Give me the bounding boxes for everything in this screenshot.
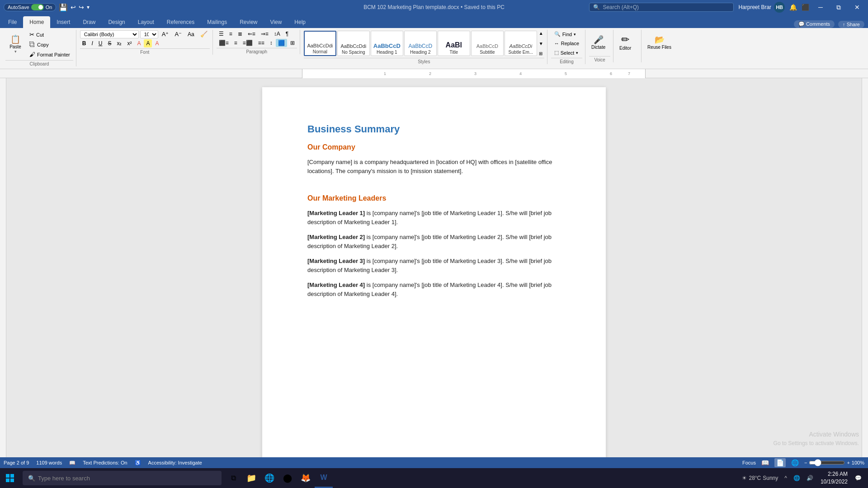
underline-button[interactable]: U <box>96 39 105 47</box>
autosave-toggle[interactable] <box>31 4 44 10</box>
styles-down-arrow[interactable]: ▼ <box>538 40 544 47</box>
taskbar-firefox[interactable]: 🦊 <box>297 468 315 488</box>
text-predictions[interactable]: Text Predictions: On <box>83 460 127 465</box>
find-dropdown[interactable]: ▾ <box>574 32 576 37</box>
borders-button[interactable]: ⊞ <box>288 39 297 47</box>
numbering-button[interactable]: ≡ <box>227 30 235 38</box>
share-button[interactable]: ↑ Share <box>838 21 864 28</box>
system-tray-chevron[interactable]: ^ <box>782 473 790 483</box>
tab-file[interactable]: File <box>2 16 23 28</box>
taskbar-explorer[interactable]: 📁 <box>242 468 260 488</box>
tab-layout[interactable]: Layout <box>132 16 160 28</box>
sort-button[interactable]: ↕A <box>272 30 283 38</box>
undo-icon[interactable]: ↩ <box>71 4 76 11</box>
web-layout-button[interactable]: 🌐 <box>789 458 801 467</box>
style-no-spacing[interactable]: AaBbCcDdi No Spacing <box>337 31 370 56</box>
zoom-slider[interactable] <box>809 459 845 466</box>
taskbar-search[interactable]: 🔍 Type here to search <box>23 471 222 485</box>
focus-label[interactable]: Focus <box>742 460 756 465</box>
save-icon[interactable]: 💾 <box>59 3 68 12</box>
document-area[interactable]: Business Summary Our Company [Company na… <box>6 78 862 486</box>
decrease-indent-button[interactable]: ⇐≡ <box>245 30 258 38</box>
close-button[interactable]: ✕ <box>850 2 864 13</box>
print-layout-button[interactable]: 📄 <box>774 458 786 467</box>
notification-center-button[interactable]: 💬 <box>852 473 864 483</box>
font-name-select[interactable]: Calibri (Body) <box>80 30 139 38</box>
styles-up-arrow[interactable]: ▲ <box>538 30 544 37</box>
autosave-button[interactable]: AutoSave On <box>4 3 56 11</box>
document-page[interactable]: Business Summary Our Company [Company na… <box>262 87 606 486</box>
redo-icon[interactable]: ↪ <box>79 4 84 11</box>
subscript-button[interactable]: x₂ <box>114 39 124 47</box>
increase-indent-button[interactable]: ⇒≡ <box>259 30 271 38</box>
word-count[interactable]: 1109 words <box>36 460 62 465</box>
cut-button[interactable]: ✂ Cut <box>26 30 73 39</box>
align-center-button[interactable]: ≡ <box>232 39 240 47</box>
accessibility-icon[interactable]: ♿ <box>135 460 141 466</box>
tab-references[interactable]: References <box>160 16 201 28</box>
find-button[interactable]: 🔍 Find ▾ <box>551 30 579 38</box>
clear-format-button[interactable]: 🧹 <box>198 30 210 38</box>
multilevel-button[interactable]: ≣ <box>236 30 245 38</box>
tab-draw[interactable]: Draw <box>76 16 102 28</box>
select-button[interactable]: ⬚ Select ▾ <box>551 48 582 57</box>
taskbar-chrome[interactable]: ⬤ <box>278 468 297 488</box>
italic-button[interactable]: I <box>89 39 95 47</box>
zoom-level[interactable]: 100% <box>852 460 864 465</box>
line-spacing-button[interactable]: ↕ <box>268 39 275 47</box>
minimize-button[interactable]: ─ <box>814 2 827 13</box>
accessibility-status[interactable]: Accessibility: Investigate <box>148 460 202 465</box>
tab-mailings[interactable]: Mailings <box>201 16 233 28</box>
shading-button[interactable]: 🟦 <box>276 39 287 47</box>
show-formatting-button[interactable]: ¶ <box>283 30 291 38</box>
customize-icon[interactable]: ▾ <box>87 4 90 10</box>
highlight-button[interactable]: A <box>144 39 152 47</box>
proofread-icon[interactable]: 📖 <box>69 460 75 466</box>
style-normal[interactable]: AaBbCcDdi Normal <box>304 31 336 56</box>
style-subtle-em[interactable]: AaBbCcDi Subtle Em... <box>505 31 537 56</box>
tab-design[interactable]: Design <box>102 16 131 28</box>
bold-button[interactable]: B <box>80 39 89 47</box>
search-input[interactable] <box>603 4 702 10</box>
zoom-in-button[interactable]: + <box>847 460 849 465</box>
read-mode-button[interactable]: 📖 <box>760 458 771 467</box>
font-shrink-button[interactable]: A⁻ <box>172 30 184 38</box>
style-heading2[interactable]: AaBbCcD Heading 2 <box>404 31 437 56</box>
page-info[interactable]: Page 2 of 9 <box>4 460 29 465</box>
clock[interactable]: 2:26 AM 10/19/2022 <box>817 469 851 488</box>
align-left-button[interactable]: ⬛≡ <box>217 39 231 47</box>
speaker-icon[interactable]: 🔊 <box>804 473 816 483</box>
user-avatar[interactable]: HB <box>774 2 785 13</box>
font-case-button[interactable]: Aa <box>185 30 197 38</box>
task-view-button[interactable]: ⧉ <box>224 468 242 488</box>
paste-dropdown-arrow[interactable]: ▾ <box>14 49 17 54</box>
font-size-select[interactable]: 10 <box>140 30 158 38</box>
search-bar[interactable]: 🔍 <box>589 3 734 12</box>
font-color-button[interactable]: A <box>153 39 161 47</box>
comments-button[interactable]: 💬 Comments <box>794 20 835 28</box>
tab-insert[interactable]: Insert <box>50 16 76 28</box>
font-grow-button[interactable]: A⁺ <box>160 30 171 38</box>
tab-home[interactable]: Home <box>23 16 50 28</box>
replace-button[interactable]: ↔ Replace <box>551 39 582 47</box>
strikethrough-button[interactable]: S <box>105 39 113 47</box>
start-button[interactable] <box>0 468 20 488</box>
style-title[interactable]: AaBl Title <box>438 31 470 56</box>
bullets-button[interactable]: ☰ <box>217 30 226 38</box>
style-heading1[interactable]: AaBbCcD Heading 1 <box>371 31 403 56</box>
copy-button[interactable]: ⿻ Copy <box>26 40 73 49</box>
notification-icon[interactable]: 🔔 <box>789 4 797 11</box>
dictate-button[interactable]: 🎤 Dictate <box>589 30 608 55</box>
tab-view[interactable]: View <box>264 16 288 28</box>
text-effects-button[interactable]: A <box>135 39 143 47</box>
style-subtitle[interactable]: AaBbCcD Subtitle <box>471 31 504 56</box>
editor-button[interactable]: ✏ Editor <box>617 30 633 55</box>
reuse-files-button[interactable]: 📂 Reuse Files <box>645 30 674 55</box>
tab-help[interactable]: Help <box>288 16 312 28</box>
taskbar-edge[interactable]: 🌐 <box>260 468 278 488</box>
align-right-button[interactable]: ≡⬛ <box>241 39 255 47</box>
format-painter-button[interactable]: 🖌 Format Painter <box>26 50 73 59</box>
network-icon[interactable]: 🌐 <box>791 473 803 483</box>
zoom-out-button[interactable]: − <box>804 460 807 465</box>
restore-button[interactable]: ⧉ <box>832 2 845 13</box>
